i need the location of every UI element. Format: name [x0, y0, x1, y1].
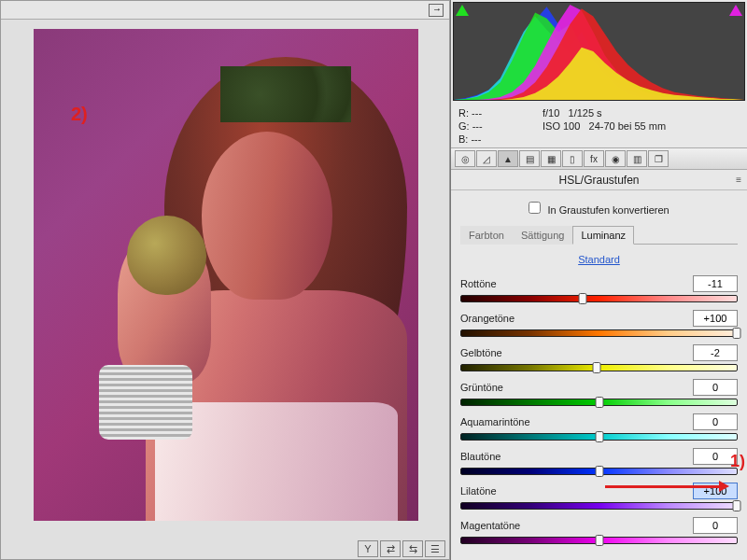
slider-thumb[interactable]: [595, 535, 603, 546]
split-tone-icon[interactable]: ▤: [519, 150, 540, 167]
shadow-clipping-icon[interactable]: [456, 5, 469, 16]
hsl-icon[interactable]: ▲: [498, 150, 518, 167]
slider-row: Orangetöne: [460, 310, 738, 337]
slider-value-input[interactable]: [693, 310, 738, 327]
slider-label: Aquamarintöne: [460, 416, 530, 427]
tone-curve-icon[interactable]: ◿: [476, 150, 497, 167]
histogram[interactable]: [453, 2, 745, 101]
slider-row: Grüntöne: [460, 379, 738, 406]
slider-value-input[interactable]: [693, 275, 738, 292]
slider-label: Gelbtöne: [460, 347, 502, 358]
slider-row: Rottöne: [460, 275, 738, 302]
histogram-chart: [454, 3, 744, 100]
slider-thumb[interactable]: [733, 500, 741, 511]
annotation-arrow: [605, 485, 721, 488]
snapshots-icon[interactable]: ❐: [648, 150, 669, 167]
exif-lens: 24-70 bei 55 mm: [589, 120, 667, 132]
slider-track[interactable]: [460, 329, 738, 337]
preview-panel: 2) Y ⇄ ⇆ ☰: [0, 0, 450, 560]
slider-value-input[interactable]: [693, 344, 738, 361]
lens-corr-icon[interactable]: ▯: [562, 150, 583, 167]
reset-standard-link[interactable]: Standard: [460, 250, 738, 273]
slider-track[interactable]: [460, 502, 738, 510]
slider-label: Orangetöne: [460, 313, 514, 324]
sliders-icon[interactable]: ☰: [425, 540, 445, 557]
crop-overlay-icon[interactable]: Y: [358, 540, 378, 557]
tab-saturation[interactable]: Sättigung: [513, 226, 572, 245]
slider-thumb[interactable]: [733, 328, 741, 339]
tab-hue[interactable]: Farbton: [460, 226, 513, 245]
slider-track[interactable]: [460, 295, 738, 302]
slider-label: Blautöne: [460, 451, 500, 462]
adjustments-panel: R: --- G: --- B: --- f/10 1/125 s ISO 10…: [450, 0, 747, 560]
highlight-clipping-icon[interactable]: [729, 5, 742, 16]
slider-label: Rottöne: [460, 278, 497, 289]
panel-title: HSL/Graustufen: [451, 170, 747, 190]
exif-shutter: 1/125 s: [569, 107, 602, 119]
exif-readout: R: --- G: --- B: --- f/10 1/125 s ISO 10…: [451, 103, 747, 147]
slider-value-input[interactable]: [693, 517, 738, 534]
slider-value-input[interactable]: [693, 379, 738, 396]
slider-row: Gelbtöne: [460, 344, 738, 371]
slider-track[interactable]: [460, 468, 738, 475]
calibration-icon[interactable]: ◉: [605, 150, 626, 167]
swap-icon[interactable]: ⇆: [402, 540, 423, 557]
readout-g: G: ---: [458, 119, 533, 133]
slider-thumb[interactable]: [592, 362, 600, 373]
hsl-subtabs: Farbton Sättigung Luminanz: [460, 225, 738, 245]
slider-track[interactable]: [460, 399, 738, 406]
slider-label: Grüntöne: [460, 382, 503, 393]
slider-track[interactable]: [460, 537, 738, 544]
slider-row: Aquamarintöne: [460, 413, 738, 441]
preview-top-toolbar: [1, 1, 449, 20]
slider-row: Magentatöne: [460, 517, 738, 544]
lens-icon[interactable]: ◎: [455, 150, 475, 167]
grayscale-checkbox[interactable]: [529, 202, 541, 214]
slider-row: Blautöne: [460, 448, 738, 475]
annotation-1: 1): [730, 452, 745, 471]
tab-luminance[interactable]: Luminanz: [572, 226, 634, 245]
slider-thumb[interactable]: [595, 431, 603, 442]
slider-thumb[interactable]: [578, 293, 586, 304]
preview-image[interactable]: [34, 29, 418, 521]
exif-iso: ISO 100: [543, 120, 580, 132]
exif-aperture: f/10: [543, 107, 559, 119]
presets-icon[interactable]: ▥: [627, 150, 647, 167]
grayscale-label: In Graustufen konvertieren: [547, 204, 669, 216]
effects-icon[interactable]: fx: [584, 150, 604, 167]
panel-tool-strip: ◎ ◿ ▲ ▤ ▦ ▯ fx ◉ ▥ ❐: [451, 147, 747, 170]
luminance-sliders: RottöneOrangetöneGelbtöneGrüntöneAquamar…: [460, 275, 738, 544]
hsl-panel-body: In Graustufen konvertieren Farbton Sätti…: [451, 190, 747, 557]
slider-track[interactable]: [460, 364, 738, 371]
slider-thumb[interactable]: [595, 466, 603, 477]
readout-b: B: ---: [458, 133, 533, 146]
slider-label: Magentatöne: [460, 520, 520, 531]
detail-icon[interactable]: ▦: [541, 150, 561, 167]
preview-bottom-toolbar: Y ⇄ ⇆ ☰: [358, 540, 445, 557]
annotation-2: 2): [71, 104, 88, 125]
slider-label: Lilatöne: [460, 485, 497, 497]
readout-r: R: ---: [458, 106, 533, 119]
slider-track[interactable]: [460, 433, 738, 441]
photo-figure: [108, 48, 407, 521]
export-icon[interactable]: [429, 4, 444, 17]
slider-value-input[interactable]: [693, 413, 738, 430]
slider-thumb[interactable]: [595, 397, 603, 408]
before-after-icon[interactable]: ⇄: [380, 540, 401, 557]
